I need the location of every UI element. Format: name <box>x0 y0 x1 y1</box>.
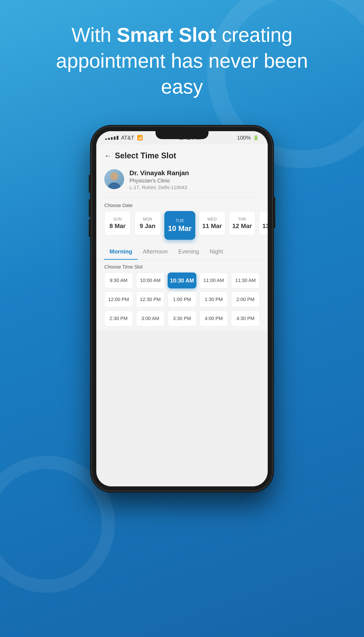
phone-screen: AT&T 📶 3:41 PM 100% 🔋 ← Select Time Slot <box>96 131 268 486</box>
doctor-clinic: Physician's Clinic <box>130 178 260 184</box>
signal-dots <box>105 136 118 140</box>
wifi-icon: 📶 <box>137 135 143 141</box>
doctor-address: L-17, Rohini, Delhi-110043 <box>130 185 260 190</box>
slot-chip-1[interactable]: 10:00 AM <box>136 273 165 288</box>
date-chip-4[interactable]: THR 12 Mar <box>229 211 255 235</box>
page-title: Select Time Slot <box>115 151 176 160</box>
avatar <box>104 169 124 189</box>
date-scroll: SUN 8 Mar MON 9 Jan TUE 10 Mar WED 11 Ma… <box>96 211 268 244</box>
slot-chip-5[interactable]: 12:00 PM <box>104 292 133 307</box>
slot-chip-14[interactable]: 4:30 PM <box>231 311 260 326</box>
date-day-num: 10 Mar <box>168 224 192 233</box>
tab-night[interactable]: Night <box>204 244 228 260</box>
tab-bar: MorningAfternoonEveningNight <box>96 244 268 260</box>
date-day-num: 13 Mar <box>262 223 268 230</box>
tab-evening[interactable]: Evening <box>173 244 204 260</box>
doctor-name: Dr. Vinayak Ranjan <box>130 169 260 177</box>
slot-chip-8[interactable]: 1:30 PM <box>200 292 228 307</box>
headline-prefix: With <box>72 24 117 46</box>
date-day-name: MON <box>143 217 152 222</box>
notch <box>156 131 208 139</box>
date-chip-5[interactable]: FRI 13 Mar <box>259 211 268 235</box>
slot-chip-7[interactable]: 1:00 PM <box>168 292 196 307</box>
date-chip-3[interactable]: WED 11 Mar <box>199 211 225 235</box>
slot-chip-0[interactable]: 9:30 AM <box>104 273 133 288</box>
headline-brand: Smart Slot <box>117 24 216 46</box>
doctor-info: Dr. Vinayak Ranjan Physician's Clinic L-… <box>130 169 260 190</box>
slots-grid: 9:30 AM10:00 AM10:30 AM11:00 AM11:30 AM1… <box>96 273 268 330</box>
status-left: AT&T 📶 <box>105 135 143 141</box>
date-day-num: 8 Mar <box>109 223 126 230</box>
slot-chip-2[interactable]: 10:30 AM <box>168 273 196 288</box>
app-header: ← Select Time Slot <box>96 144 268 165</box>
date-day-name: THR <box>238 217 246 222</box>
svg-point-0 <box>110 172 118 180</box>
date-chip-2[interactable]: TUE 10 Mar <box>164 211 195 240</box>
choose-date-label: Choose Date <box>96 197 268 211</box>
tab-morning[interactable]: Morning <box>104 244 138 260</box>
date-day-name: TUE <box>175 218 184 223</box>
battery-icon: 🔋 <box>253 135 259 141</box>
status-right: 100% 🔋 <box>237 135 259 141</box>
tab-afternoon[interactable]: Afternoon <box>138 244 173 260</box>
battery-label: 100% <box>237 135 251 141</box>
date-chip-1[interactable]: MON 9 Jan <box>134 211 161 235</box>
headline: With Smart Slot creating appointment has… <box>16 22 348 100</box>
date-day-name: WED <box>208 217 217 222</box>
slot-chip-13[interactable]: 4:00 PM <box>200 311 228 326</box>
svg-point-1 <box>108 182 120 189</box>
phone-frame: AT&T 📶 3:41 PM 100% 🔋 ← Select Time Slot <box>92 126 272 491</box>
slot-chip-10[interactable]: 2:30 PM <box>104 311 133 326</box>
date-day-name: SUN <box>113 217 122 222</box>
date-day-num: 9 Jan <box>140 223 156 230</box>
choose-slot-label: Choose Time Slot <box>96 260 268 273</box>
phone-wrapper: AT&T 📶 3:41 PM 100% 🔋 ← Select Time Slot <box>92 126 272 491</box>
date-chip-0[interactable]: SUN 8 Mar <box>104 211 131 235</box>
slot-chip-11[interactable]: 3:00 AM <box>136 311 165 326</box>
date-day-num: 12 Mar <box>232 223 252 230</box>
slot-chip-12[interactable]: 3:30 PM <box>168 311 196 326</box>
back-button[interactable]: ← <box>104 152 111 160</box>
app-content: ← Select Time Slot Dr. Vinayak Ranjan Ph… <box>96 144 268 330</box>
carrier-label: AT&T <box>121 135 134 141</box>
slot-chip-3[interactable]: 11:00 AM <box>200 273 228 288</box>
slot-chip-9[interactable]: 2:00 PM <box>231 292 260 307</box>
doctor-card: Dr. Vinayak Ranjan Physician's Clinic L-… <box>96 165 268 197</box>
slot-chip-4[interactable]: 11:30 AM <box>231 273 260 288</box>
slot-chip-6[interactable]: 12:30 PM <box>136 292 165 307</box>
date-day-num: 11 Mar <box>202 223 222 230</box>
